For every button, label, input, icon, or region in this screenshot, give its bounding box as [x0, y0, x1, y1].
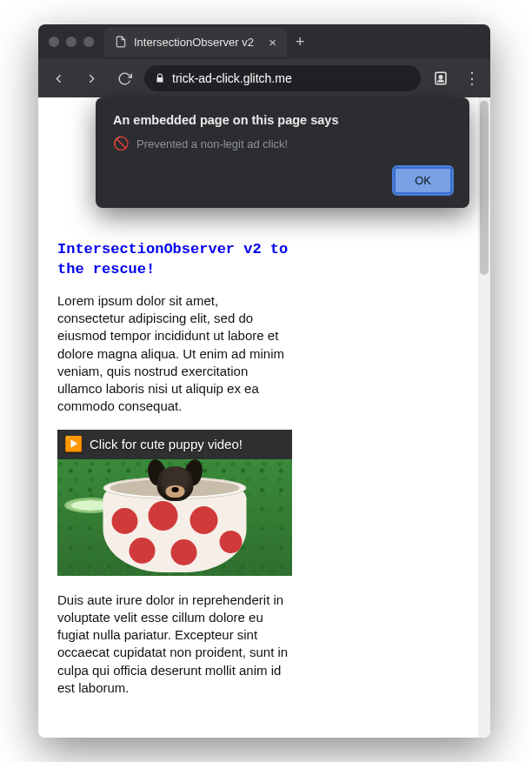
dialog-title: An embedded page on this page says — [113, 113, 452, 127]
play-icon: ▶️ — [64, 435, 83, 453]
close-window-icon[interactable] — [49, 37, 59, 47]
browser-tab[interactable]: IntersectionObserver v2 × — [104, 27, 287, 57]
window-controls — [49, 37, 94, 47]
url-text: trick-ad-click.glitch.me — [172, 71, 292, 85]
ad-image — [57, 459, 292, 576]
scrollbar-track[interactable] — [478, 97, 490, 738]
dialog-actions: OK — [113, 167, 452, 194]
paragraph-2: Duis aute irure dolor in reprehenderit i… — [57, 592, 289, 698]
scrollbar-thumb[interactable] — [480, 101, 489, 275]
tab-title: IntersectionObserver v2 — [134, 36, 262, 49]
back-button[interactable] — [45, 65, 71, 91]
ad-text: Click for cute puppy video! — [90, 437, 243, 451]
dialog-message-row: 🚫 Prevented a non-legit ad click! — [113, 136, 452, 151]
reload-button[interactable] — [111, 65, 137, 91]
toolbar: trick-ad-click.glitch.me ⋮ — [38, 59, 490, 97]
tab-strip: IntersectionObserver v2 × + — [38, 24, 490, 59]
lock-icon — [155, 73, 165, 84]
close-tab-icon[interactable]: × — [269, 36, 276, 49]
js-alert-dialog: An embedded page on this page says 🚫 Pre… — [96, 97, 469, 208]
page-icon — [115, 36, 127, 48]
maximize-window-icon[interactable] — [83, 37, 94, 47]
paragraph-1: Lorem ipsum dolor sit amet, consectetur … — [57, 292, 289, 416]
page-content: IntersectionObserver v2 to the rescue! L… — [38, 240, 308, 732]
puppy-shape — [144, 459, 205, 505]
menu-button[interactable]: ⋮ — [461, 69, 483, 88]
address-bar[interactable]: trick-ad-click.glitch.me — [144, 65, 421, 91]
prohibited-icon: 🚫 — [113, 136, 130, 151]
page-heading: IntersectionObserver v2 to the rescue! — [57, 240, 289, 280]
cup-shape — [103, 477, 247, 572]
ad-frame[interactable]: ▶️ Click for cute puppy video! — [57, 430, 292, 576]
ok-button[interactable]: OK — [394, 167, 452, 194]
profile-button[interactable] — [428, 65, 454, 91]
forward-button[interactable] — [78, 65, 104, 91]
browser-chrome: IntersectionObserver v2 × + trick-ad-cli… — [38, 24, 490, 97]
svg-point-1 — [439, 76, 442, 79]
new-tab-button[interactable]: + — [296, 33, 305, 51]
dialog-message: Prevented a non-legit ad click! — [136, 137, 288, 150]
minimize-window-icon[interactable] — [66, 37, 76, 47]
browser-window: IntersectionObserver v2 × + trick-ad-cli… — [38, 24, 490, 738]
ad-caption: ▶️ Click for cute puppy video! — [64, 435, 285, 453]
